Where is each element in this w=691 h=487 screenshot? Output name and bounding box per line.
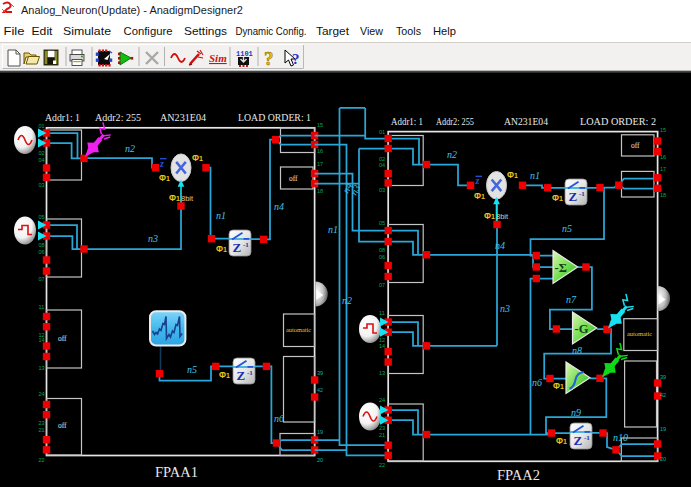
svg-text:19: 19 (660, 426, 666, 432)
svg-text:22: 22 (39, 457, 45, 463)
svg-text:1101: 1101 (236, 50, 253, 58)
svg-text:1: 1 (223, 246, 227, 253)
svg-text:11: 11 (39, 304, 45, 310)
svg-text:1: 1 (563, 438, 567, 445)
svg-text:16: 16 (317, 148, 323, 154)
svg-text:Φ: Φ (216, 244, 223, 254)
svg-text:Φ: Φ (169, 193, 176, 203)
svg-text:06: 06 (39, 249, 45, 255)
svg-text:AN231E04: AN231E04 (504, 117, 548, 127)
svg-text:39: 39 (660, 374, 666, 380)
svg-text:Φ: Φ (192, 153, 199, 163)
svg-text:AN231E04: AN231E04 (160, 113, 206, 123)
svg-text:Φ: Φ (159, 173, 166, 183)
svg-text:off: off (631, 141, 640, 150)
svg-text:n1: n1 (530, 170, 540, 181)
svg-text:05: 05 (379, 220, 385, 226)
svg-text:n5: n5 (187, 364, 197, 375)
svg-text:LOAD ORDER: 2: LOAD ORDER: 2 (580, 117, 656, 127)
svg-text:23: 23 (39, 420, 45, 426)
svg-text:View: View (360, 25, 383, 37)
svg-text:n1: n1 (216, 210, 226, 221)
svg-text:n9: n9 (571, 407, 581, 418)
svg-text:14: 14 (379, 343, 385, 349)
svg-text:04: 04 (39, 157, 45, 163)
svg-text:n7: n7 (566, 294, 577, 305)
svg-text:-G: -G (575, 322, 589, 336)
svg-text:Settings: Settings (184, 25, 228, 37)
svg-text:n2: n2 (447, 149, 457, 160)
svg-text:n1: n1 (328, 224, 338, 235)
svg-text:08: 08 (39, 242, 45, 248)
svg-text:1: 1 (199, 155, 203, 162)
svg-text:Addr2: 255: Addr2: 255 (95, 113, 141, 123)
svg-text:14: 14 (39, 337, 45, 343)
svg-text:15: 15 (660, 127, 666, 133)
svg-text:?: ? (264, 48, 274, 69)
svg-text:20: 20 (317, 457, 323, 463)
svg-text:1: 1 (560, 383, 564, 390)
svg-text:17: 17 (660, 166, 666, 172)
svg-text:n10: n10 (613, 432, 628, 443)
svg-text:15: 15 (317, 122, 323, 128)
svg-text:13: 13 (39, 365, 45, 371)
svg-text:17: 17 (317, 161, 323, 167)
svg-text:n8: n8 (572, 345, 582, 356)
svg-text:n3: n3 (500, 303, 510, 314)
svg-text:21: 21 (379, 432, 385, 438)
svg-text:06: 06 (379, 254, 385, 260)
svg-text:1: 1 (514, 172, 518, 179)
svg-text:39: 39 (317, 370, 323, 376)
svg-text:04: 04 (379, 162, 385, 168)
svg-text:FPAA1: FPAA1 (155, 464, 198, 480)
svg-text:n3: n3 (148, 233, 158, 244)
svg-text:08: 08 (379, 247, 385, 253)
svg-text:02: 02 (379, 156, 385, 162)
svg-text:Φ: Φ (484, 211, 491, 221)
svg-text:Simulate: Simulate (63, 25, 111, 37)
svg-text:21: 21 (39, 427, 45, 433)
svg-text:03: 03 (39, 182, 45, 188)
svg-text:24: 24 (379, 397, 385, 403)
svg-text:automatic: automatic (286, 326, 311, 333)
svg-text:07: 07 (379, 282, 385, 288)
svg-text:off: off (58, 421, 67, 430)
svg-text:Φ: Φ (552, 193, 559, 203)
svg-text:8bit: 8bit (496, 212, 509, 221)
svg-text:n6: n6 (532, 377, 542, 388)
svg-text:Edit: Edit (32, 25, 53, 37)
svg-text:Analog_Neuron(Update) - Anadig: Analog_Neuron(Update) - AnadigmDesigner2 (21, 4, 243, 16)
svg-text:Tools: Tools (396, 25, 421, 37)
svg-text:Φ: Φ (556, 436, 563, 446)
svg-text:Φ: Φ (219, 370, 226, 380)
svg-text:11: 11 (379, 310, 385, 316)
svg-text:Addr1: 1: Addr1: 1 (391, 117, 423, 127)
svg-text:n4: n4 (274, 201, 284, 212)
svg-text:Φ: Φ (553, 381, 560, 391)
svg-text:16: 16 (660, 154, 666, 160)
svg-text:1: 1 (481, 193, 485, 200)
svg-text:Φ: Φ (474, 191, 481, 201)
svg-text:20: 20 (660, 456, 666, 462)
svg-text:1: 1 (559, 195, 563, 202)
svg-text:LOAD ORDER: 1: LOAD ORDER: 1 (238, 113, 311, 123)
svg-text:03: 03 (379, 187, 385, 193)
svg-text:Sim: Sim (209, 52, 227, 64)
svg-text:off: off (58, 334, 67, 343)
svg-text:13: 13 (379, 370, 385, 376)
svg-text:n5: n5 (562, 223, 572, 234)
svg-text:18: 18 (660, 192, 666, 198)
svg-text:Addr1: 1: Addr1: 1 (45, 113, 80, 123)
svg-text:42: 42 (660, 392, 666, 398)
svg-text:?: ? (292, 51, 300, 67)
svg-text:off: off (289, 174, 298, 183)
svg-text:1: 1 (491, 213, 495, 220)
svg-text:42: 42 (317, 387, 323, 393)
svg-text:22: 22 (379, 462, 385, 468)
svg-text:Configure: Configure (124, 25, 173, 37)
svg-text:Help: Help (433, 25, 456, 37)
svg-text:8bit: 8bit (181, 194, 194, 203)
svg-text:-Σ: -Σ (555, 261, 567, 275)
svg-text:02: 02 (39, 150, 45, 156)
svg-text:Target: Target (316, 25, 349, 37)
